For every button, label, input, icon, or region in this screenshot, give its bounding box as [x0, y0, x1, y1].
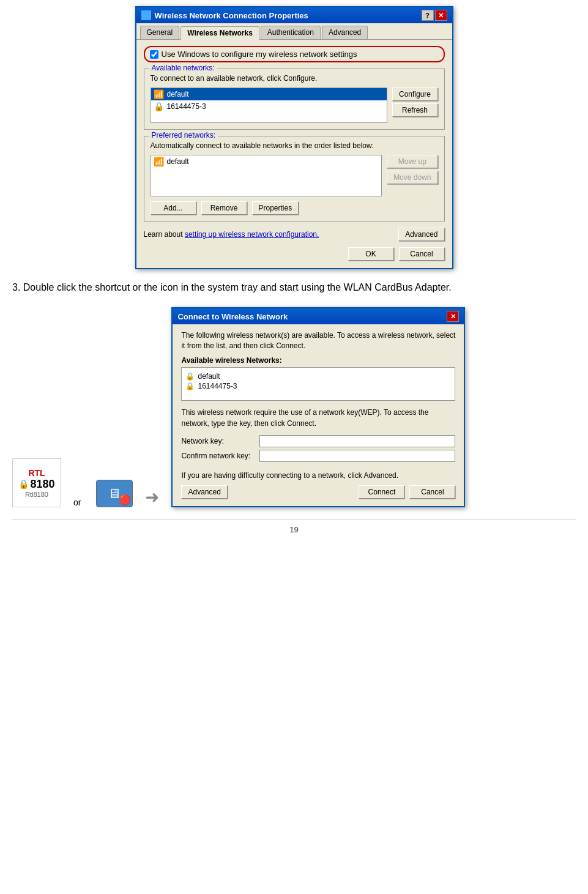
available-networks-text: To connect to an available network, clic…: [151, 74, 438, 83]
ok-cancel-row: OK Cancel: [144, 247, 445, 261]
connect-dialog: Connect to Wireless Network ✕ The follow…: [171, 307, 465, 507]
networks-row: 📶 default 🔒 16144475-3 Configure Refresh: [151, 88, 438, 123]
connect-dialog-titlebar: Connect to Wireless Network ✕: [173, 308, 464, 324]
learn-prefix: Learn about: [144, 230, 185, 239]
connect-network-default[interactable]: 🔒 default: [185, 371, 451, 381]
tab-authentication[interactable]: Authentication: [261, 26, 321, 39]
connect-lock-icon-2: 🔒: [185, 382, 195, 390]
dialog-icon: [141, 10, 151, 20]
connect-available-label: Available wireless Networks:: [181, 356, 455, 365]
learn-link[interactable]: setting up wireless network configuratio…: [185, 230, 319, 239]
network-item-default[interactable]: 📶 default: [151, 88, 387, 100]
icon-box-img: 🖥 🔴: [96, 480, 133, 507]
arrow-icon: ➜: [145, 487, 159, 507]
connect-dialog-body: The following wireless network(s) are av…: [173, 324, 464, 506]
dialog-titlebar: Wireless Network Connection Properties ?…: [136, 7, 452, 23]
close-button[interactable]: ✕: [435, 10, 447, 21]
connect-right-buttons: Connect Cancel: [359, 485, 455, 499]
lock-small-icon: 🔒: [18, 479, 29, 489]
connect-net-name-default: default: [198, 372, 220, 381]
wireless-properties-dialog: Wireless Network Connection Properties ?…: [135, 6, 453, 269]
windows-configure-checkbox[interactable]: [150, 50, 158, 59]
connect-network-16144[interactable]: 🔒 16144475-3: [185, 381, 451, 391]
properties-button[interactable]: Properties: [252, 201, 299, 215]
confirm-key-row: Confirm network key:: [181, 450, 455, 462]
connect-close-button[interactable]: ✕: [447, 311, 459, 322]
tab-wireless-networks[interactable]: Wireless Networks: [180, 26, 259, 40]
titlebar-left: Wireless Network Connection Properties: [141, 10, 308, 20]
titlebar-buttons: ? ✕: [422, 10, 447, 21]
network-name-16144: 16144475-3: [167, 102, 206, 111]
connect-networks-list[interactable]: 🔒 default 🔒 16144475-3: [181, 367, 455, 401]
network-item-16144[interactable]: 🔒 16144475-3: [151, 100, 387, 113]
dialog-body: Use Windows to configure my wireless net…: [136, 40, 452, 268]
network-key-input[interactable]: [259, 435, 455, 447]
tab-general[interactable]: General: [140, 26, 180, 39]
red-circle-icon: 🔴: [119, 494, 131, 505]
connect-bottom-buttons: Advanced Connect Cancel: [181, 485, 455, 499]
network-name-default: default: [167, 90, 189, 99]
learn-about-text: Learn about setting up wireless network …: [144, 230, 319, 239]
connect-dialog-title: Connect to Wireless Network: [177, 312, 288, 321]
or-label: or: [73, 497, 81, 507]
preferred-networks-group: Preferred networks: Automatically connec…: [144, 136, 445, 222]
ok-button[interactable]: OK: [348, 247, 394, 261]
advanced-button[interactable]: Advanced: [398, 228, 444, 241]
preferred-networks-label: Preferred networks:: [149, 131, 218, 140]
cancel-button[interactable]: Cancel: [399, 247, 445, 261]
connect-titlebar-buttons: ✕: [447, 311, 459, 322]
pref-buttons: Move up Move down: [387, 155, 437, 196]
move-down-button[interactable]: Move down: [387, 171, 437, 184]
wifi-icon: 📶: [154, 89, 164, 99]
dialog-title: Wireless Network Connection Properties: [155, 11, 308, 20]
description-text: 3. Double click the shortcut or the icon…: [12, 280, 576, 295]
help-button[interactable]: ?: [422, 10, 434, 21]
confirm-key-label: Confirm network key:: [181, 452, 255, 460]
connect-connect-button[interactable]: Connect: [359, 485, 404, 499]
add-remove-row: Add... Remove Properties: [151, 201, 438, 215]
bottom-section: RTL 🔒 8180 Rtl8180 or 🖥 🔴 ➜ Connect to W…: [12, 307, 576, 507]
refresh-button[interactable]: Refresh: [392, 103, 438, 117]
pref-network-name: default: [167, 157, 189, 166]
networks-buttons: Configure Refresh: [392, 88, 438, 123]
network-key-label: Network key:: [181, 437, 255, 445]
connect-lock-icon-1: 🔒: [185, 372, 195, 381]
rtl-number: 8180: [30, 478, 54, 491]
rtl-number-row: 🔒 8180: [18, 478, 54, 491]
connect-advanced-note: If you are having difficulty connecting …: [181, 471, 455, 481]
remove-button[interactable]: Remove: [201, 201, 247, 215]
lock-icon-1: 🔒: [154, 102, 164, 111]
icon-composite: 🖥 🔴: [96, 480, 133, 507]
page-number: 19: [12, 520, 576, 534]
windows-configure-row: Use Windows to configure my wireless net…: [144, 46, 445, 62]
top-dialog-wrapper: Wireless Network Connection Properties ?…: [12, 6, 576, 269]
pref-row: 📶 default Move up Move down: [151, 155, 438, 196]
connect-advanced-button[interactable]: Advanced: [181, 485, 227, 499]
preferred-networks-text: Automatically connect to available netwo…: [151, 141, 438, 150]
connect-cancel-button[interactable]: Cancel: [409, 485, 455, 499]
windows-configure-label: Use Windows to configure my wireless net…: [162, 50, 357, 59]
connect-titlebar-left: Connect to Wireless Network: [177, 312, 288, 321]
rtl-label: RTL: [28, 468, 45, 478]
tabs-row: General Wireless Networks Authentication…: [136, 23, 452, 40]
configure-button[interactable]: Configure: [392, 88, 438, 101]
move-up-button[interactable]: Move up: [387, 155, 437, 168]
rtl-sub: Rtl8180: [25, 491, 48, 498]
add-button[interactable]: Add...: [151, 201, 196, 215]
tab-advanced[interactable]: Advanced: [322, 26, 368, 39]
available-networks-label: Available networks:: [149, 64, 217, 72]
pref-network-item-default[interactable]: 📶 default: [151, 155, 382, 168]
connect-wep-text: This wireless network require the use of…: [181, 407, 455, 429]
connect-intro-text: The following wireless network(s) are av…: [181, 330, 455, 351]
available-networks-list[interactable]: 📶 default 🔒 16144475-3: [151, 88, 387, 123]
dialog-bottom-row: Learn about setting up wireless network …: [144, 228, 445, 241]
confirm-key-input[interactable]: [259, 450, 455, 462]
pref-wifi-icon: 📶: [154, 157, 164, 166]
preferred-networks-list[interactable]: 📶 default: [151, 155, 382, 196]
connect-net-name-16144: 16144475-3: [198, 382, 237, 390]
rtl-icon-box: RTL 🔒 8180 Rtl8180: [12, 458, 61, 507]
network-key-row: Network key:: [181, 435, 455, 447]
available-networks-group: Available networks: To connect to an ava…: [144, 69, 445, 130]
